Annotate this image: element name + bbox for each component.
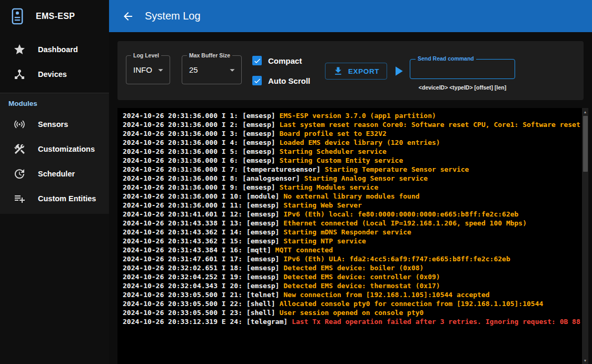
log-line: 2024-10-26 20:31:36.000 I 1: [emsesp] EM…: [123, 111, 581, 120]
sidebar-item-sensors[interactable]: Sensors: [0, 112, 109, 136]
log-line-prefix: 2024-10-26 20:33:12.319 E 24: [telegram]: [123, 318, 292, 326]
log-line: 2024-10-26 20:31:36.000 I 9: [emsesp] St…: [123, 183, 581, 192]
log-line-message: Starting Modules service: [279, 183, 378, 191]
log-line-prefix: 2024-10-26 20:31:36.000 I 10: [module]: [123, 192, 283, 200]
log-line-message: MQTT connected: [275, 246, 333, 254]
log-line-message: Loaded EMS device library (120 entries): [279, 139, 440, 146]
log-line: 2024-10-26 20:31:47.601 I 17: [emsesp] I…: [123, 254, 581, 263]
log-line: 2024-10-26 20:31:36.000 I 8: [analogsens…: [123, 174, 581, 183]
auto-scroll-checkbox[interactable]: Auto Scroll: [252, 71, 310, 91]
send-read-command-hint: <deviceID> <typeID> [offset] [len]: [410, 84, 515, 91]
log-level-label: Log Level: [131, 52, 161, 58]
log-level-select[interactable]: Log Level INFO: [126, 55, 170, 84]
ems-esp-app: EMS-ESP DashboardDevices Modules Sensors…: [0, 0, 592, 364]
log-line-message: Allocated console pty0 for connection fr…: [279, 300, 543, 308]
auto-scroll-checkbox-label: Auto Scroll: [268, 76, 310, 85]
log-controls-card: Log Level INFO Max Buffer Size 25 Compac…: [117, 41, 584, 100]
log-line-prefix: 2024-10-26 20:32:04.343 I 20: [emsesp]: [123, 282, 283, 290]
log-line: 2024-10-26 20:31:36.000 I 4: [emsesp] Lo…: [123, 138, 581, 147]
sidebar-item-label: Customizations: [38, 145, 95, 153]
scroll-down-icon[interactable]: ▼: [582, 357, 588, 363]
log-line: 2024-10-26 20:31:43.362 I 15: [emsesp] S…: [123, 237, 581, 245]
scroll-up-icon[interactable]: ▲: [582, 109, 588, 115]
log-level-value: INFO: [133, 65, 155, 74]
send-read-command-input[interactable]: [410, 60, 515, 78]
sidebar-item-devices[interactable]: Devices: [0, 62, 109, 86]
scrollbar-thumb[interactable]: [583, 116, 588, 172]
log-line-prefix: 2024-10-26 20:31:36.000 I 1: [emsesp]: [123, 112, 279, 120]
log-line-message: Detected EMS device: controller (0x09): [283, 273, 440, 281]
log-line: 2024-10-26 20:31:36.000 I 11: [emsesp] S…: [123, 201, 581, 210]
log-line-prefix: 2024-10-26 20:31:41.601 I 12: [emsesp]: [123, 210, 283, 218]
log-line-message: IPv6 (Eth) ULA: fda2:4cc5:6af9:f747:e665…: [283, 255, 510, 263]
sidebar-item-customizations[interactable]: Customizations: [0, 136, 109, 161]
max-buffer-size-value: 25: [189, 65, 226, 74]
send-read-command-field: Send Read command: [410, 59, 515, 79]
device-hub-icon: [13, 68, 26, 81]
ems-esp-logo-icon: [8, 7, 26, 25]
sidebar-item-scheduler[interactable]: Scheduler: [0, 161, 109, 186]
download-icon: [333, 66, 343, 76]
log-line-prefix: 2024-10-26 20:31:36.000 I 3: [emsesp]: [123, 130, 279, 137]
checkbox-checked-icon: [252, 76, 262, 85]
app-title: EMS-ESP: [36, 12, 75, 21]
checkbox-checked-icon: [252, 56, 262, 65]
checkbox-group: Compact Auto Scroll: [252, 51, 310, 91]
log-line: 2024-10-26 20:32:04.252 I 19: [emsesp] D…: [123, 272, 581, 281]
log-line-prefix: 2024-10-26 20:33:05.500 I 21: [telnet]: [123, 291, 283, 299]
log-line-message: New connection from [192.168.1.105]:1054…: [283, 291, 489, 299]
sidebar-item-label: Scheduler: [38, 170, 75, 178]
log-line: 2024-10-26 20:31:36.000 I 6: [emsesp] St…: [123, 156, 581, 165]
log-line-message: Board profile set to E32V2: [279, 130, 387, 137]
log-line-message: Starting Web Server: [283, 201, 362, 209]
log-line: 2024-10-26 20:31:43.362 I 14: [emsesp] S…: [123, 228, 581, 237]
max-buffer-size-label: Max Buffer Size: [187, 52, 232, 58]
log-line: 2024-10-26 20:33:12.319 E 24: [telegram]…: [123, 317, 581, 326]
log-line-message: Starting Analog Sensor service: [304, 174, 428, 182]
chevron-down-icon: [226, 64, 238, 76]
log-line-message: Starting Temperature Sensor service: [325, 165, 469, 173]
max-buffer-size-select[interactable]: Max Buffer Size 25: [182, 55, 242, 84]
log-line-message: Last Tx Read operation failed after 3 re…: [292, 318, 581, 326]
playlist-add-icon: [13, 192, 26, 205]
log-line-message: User session opened on console pty0: [279, 309, 423, 317]
log-line-prefix: 2024-10-26 20:31:36.000 I 5: [emsesp]: [123, 147, 279, 155]
sidebar-nav: DashboardDevices: [0, 32, 109, 86]
sidebar-item-custom-entities[interactable]: Custom Entities: [0, 186, 109, 211]
chevron-down-icon: [155, 64, 166, 76]
sidebar-item-label: Sensors: [38, 120, 68, 129]
back-icon[interactable]: [122, 10, 134, 23]
log-line-message: No external library modules found: [283, 192, 419, 200]
log-line-prefix: 2024-10-26 20:33:05.500 I 23: [shell]: [123, 309, 279, 317]
play-icon: [390, 63, 406, 79]
log-lines: 2024-10-26 20:31:36.000 I 1: [emsesp] EM…: [123, 111, 581, 364]
schedule-icon: [13, 168, 26, 180]
sensors-icon: [13, 118, 26, 131]
sidebar-item-label: Custom Entities: [38, 194, 96, 203]
log-line: 2024-10-26 20:31:36.000 I 3: [emsesp] Bo…: [123, 129, 581, 138]
log-line-message: Starting mDNS Responder service: [283, 228, 411, 236]
log-line: 2024-10-26 20:31:36.000 I 5: [emsesp] St…: [123, 147, 581, 156]
log-line-prefix: 2024-10-26 20:32:04.252 I 19: [emsesp]: [123, 273, 283, 281]
app-logo-row: EMS-ESP: [0, 0, 109, 32]
log-line-message: Ethernet connected (Local IP=192.168.1.2…: [283, 219, 527, 227]
log-line-prefix: 2024-10-26 20:31:43.338 I 13: [emsesp]: [123, 219, 283, 227]
send-read-command-label: Send Read command: [416, 55, 476, 62]
log-line-message: Detected EMS device: boiler (0x08): [283, 264, 423, 272]
log-line: 2024-10-26 20:33:05.500 I 21: [telnet] N…: [123, 290, 581, 299]
send-command-button[interactable]: [388, 61, 408, 81]
log-scrollbar[interactable]: ▲ ▼: [582, 108, 588, 364]
log-line-prefix: 2024-10-26 20:31:43.362 I 14: [emsesp]: [123, 228, 283, 236]
log-line: 2024-10-26 20:31:36.000 I 10: [module] N…: [123, 192, 581, 201]
sidebar: EMS-ESP DashboardDevices Modules Sensors…: [0, 0, 109, 364]
sidebar-item-dashboard[interactable]: Dashboard: [0, 37, 109, 62]
compact-checkbox[interactable]: Compact: [252, 51, 310, 71]
log-line-message: IPv6 (Eth) local: fe80:0000:0000:0000:e6…: [283, 210, 518, 218]
log-line: 2024-10-26 20:31:36.000 I 2: [emsesp] La…: [123, 120, 581, 129]
log-line-message: Detected EMS device: thermostat (0x17): [283, 282, 440, 290]
log-line: 2024-10-26 20:31:43.384 I 16: [mqtt] MQT…: [123, 245, 581, 254]
page-title: System Log: [145, 10, 201, 22]
export-button[interactable]: EXPORT: [325, 63, 387, 80]
star-icon: [13, 43, 26, 56]
log-line: 2024-10-26 20:31:43.338 I 13: [emsesp] E…: [123, 219, 581, 228]
